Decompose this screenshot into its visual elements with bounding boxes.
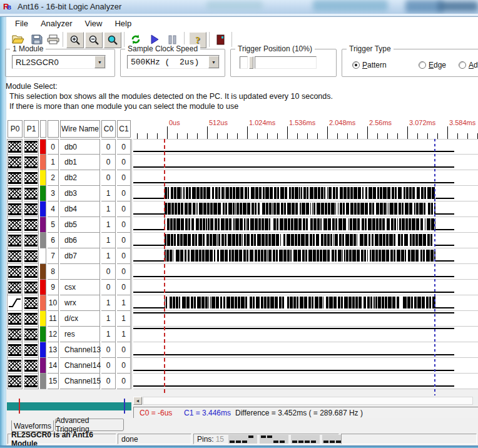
pattern-cell-p0[interactable]	[8, 311, 23, 327]
channel-color-swatch[interactable]	[40, 139, 46, 155]
dropdown-arrow-icon[interactable]: ▼	[208, 56, 219, 68]
waveform-lane[interactable]	[133, 280, 478, 295]
waveform-lane[interactable]	[133, 201, 478, 217]
channel-color-swatch[interactable]	[40, 233, 46, 248]
channel-color-swatch[interactable]	[40, 327, 46, 342]
pattern-cell-p1[interactable]	[24, 264, 39, 280]
pattern-cell-p0[interactable]	[8, 217, 23, 233]
channel-color-swatch[interactable]	[40, 201, 46, 217]
radio-advanced-label[interactable]: Advanced	[469, 61, 478, 69]
tab-advanced-triggering[interactable]: Advanced Triggering	[55, 419, 124, 431]
wire-name-cell[interactable]: Channel14	[60, 358, 100, 374]
waveform-lane[interactable]	[133, 170, 478, 186]
pattern-cell-p0[interactable]	[8, 186, 23, 201]
wire-name-cell[interactable]: Channel15	[60, 374, 100, 389]
wire-name-cell[interactable]: db3	[60, 186, 100, 201]
waveform-lane[interactable]	[133, 358, 478, 374]
waveform-lane[interactable]	[133, 155, 478, 170]
pattern-cell-p0[interactable]	[8, 327, 23, 342]
cursor-c1-line[interactable]	[434, 139, 435, 395]
pattern-cell-p1[interactable]	[24, 358, 39, 374]
channel-color-swatch[interactable]	[40, 374, 46, 389]
wire-name-cell[interactable]: db5	[60, 217, 100, 233]
cursor-c0-line[interactable]	[164, 139, 165, 395]
channel-color-swatch[interactable]	[40, 358, 46, 374]
waveform-lane[interactable]	[133, 342, 478, 358]
channel-color-swatch[interactable]	[40, 248, 46, 264]
channel-color-swatch[interactable]	[40, 295, 46, 311]
module-select[interactable]: RL2SGCR0 ▼	[12, 55, 106, 69]
pattern-cell-p0[interactable]	[8, 233, 23, 248]
radio-edge-label[interactable]: Edge	[429, 61, 446, 69]
menu-help[interactable]: Help	[108, 18, 138, 29]
wire-name-cell[interactable]: db2	[60, 170, 100, 186]
zoom-out-button[interactable]	[85, 32, 103, 48]
channel-color-swatch[interactable]	[40, 155, 46, 170]
pattern-cell-p1[interactable]	[24, 201, 39, 217]
pattern-cell-p1[interactable]	[24, 186, 39, 201]
pattern-cell-p1[interactable]	[24, 327, 39, 342]
pattern-cell-p0[interactable]	[8, 374, 23, 389]
channel-color-swatch[interactable]	[40, 264, 46, 280]
pattern-cell-p1[interactable]	[24, 295, 39, 311]
waveform-lane[interactable]	[133, 311, 478, 327]
wire-name-cell[interactable]: db6	[60, 233, 100, 248]
waveform-lane[interactable]	[133, 248, 478, 264]
radio-edge[interactable]	[419, 61, 426, 69]
waveform-lane[interactable]	[133, 217, 478, 233]
channel-color-swatch[interactable]	[40, 186, 46, 201]
menu-file[interactable]: File	[9, 18, 34, 29]
channel-color-swatch[interactable]	[40, 342, 46, 358]
pattern-cell-p1[interactable]	[24, 248, 39, 264]
pattern-cell-p1[interactable]	[24, 311, 39, 327]
pattern-cell-p0[interactable]	[8, 342, 23, 358]
pattern-cell-p0[interactable]	[8, 280, 23, 295]
capture-overview-bar[interactable]	[7, 402, 131, 410]
channel-color-swatch[interactable]	[40, 280, 46, 295]
pattern-cell-p0[interactable]	[8, 264, 23, 280]
channel-color-swatch[interactable]	[40, 217, 46, 233]
pattern-cell-p1[interactable]	[24, 374, 39, 389]
wire-name-cell[interactable]: csx	[60, 280, 100, 295]
channel-color-swatch[interactable]	[40, 170, 46, 186]
clock-speed-select[interactable]: 500KHz ( 2us) ▼	[127, 55, 220, 69]
trigger-position-checkbox[interactable]	[240, 56, 248, 69]
wire-name-cell[interactable]: db0	[60, 139, 100, 155]
wire-name-cell[interactable]	[60, 264, 100, 280]
waveform-lane[interactable]	[133, 233, 478, 248]
overview-c1-marker[interactable]	[124, 399, 125, 414]
waveform-lane[interactable]	[133, 374, 478, 389]
pattern-cell-p0[interactable]	[8, 248, 23, 264]
pattern-cell-p1[interactable]	[24, 342, 39, 358]
pattern-cell-p1[interactable]	[24, 170, 39, 186]
pattern-cell-p0[interactable]	[8, 170, 23, 186]
print-button[interactable]	[45, 32, 61, 47]
wire-name-cell[interactable]: wrx	[60, 295, 100, 311]
waveform-lane[interactable]	[133, 139, 478, 155]
trigger-position-field[interactable]	[255, 56, 317, 69]
menu-analyzer[interactable]: Analyzer	[34, 18, 79, 29]
zoom-in-button[interactable]	[66, 32, 84, 48]
pattern-cell-p0[interactable]	[8, 139, 23, 155]
wire-name-cell[interactable]: d/cx	[60, 311, 100, 327]
overview-c0-marker[interactable]	[19, 399, 20, 414]
dropdown-arrow-icon[interactable]: ▼	[94, 56, 105, 68]
trigger-position-slider-thumb[interactable]	[249, 56, 253, 69]
pattern-cell-p0[interactable]	[8, 201, 23, 217]
pattern-cell-p1[interactable]	[24, 233, 39, 248]
pattern-cell-p1[interactable]	[24, 139, 39, 155]
pattern-cell-p1[interactable]	[24, 155, 39, 170]
pattern-cell-p1[interactable]	[24, 217, 39, 233]
wire-name-cell[interactable]: res	[60, 327, 100, 342]
radio-pattern-label[interactable]: Pattern	[362, 61, 387, 69]
waveform-lane[interactable]	[133, 264, 478, 280]
exit-button[interactable]	[213, 32, 229, 47]
wire-name-cell[interactable]: Channel13	[60, 342, 100, 358]
channel-color-swatch[interactable]	[40, 311, 46, 327]
pattern-cell-p0[interactable]	[8, 295, 23, 311]
pattern-cell-p0[interactable]	[8, 358, 23, 374]
zoom-full-button[interactable]	[104, 32, 121, 48]
scrollbar-thumb[interactable]	[143, 397, 473, 405]
title-bar[interactable]: RB Ant16 - 16-bit Logic Analyzer	[0, 0, 478, 14]
pattern-cell-p1[interactable]	[24, 280, 39, 295]
